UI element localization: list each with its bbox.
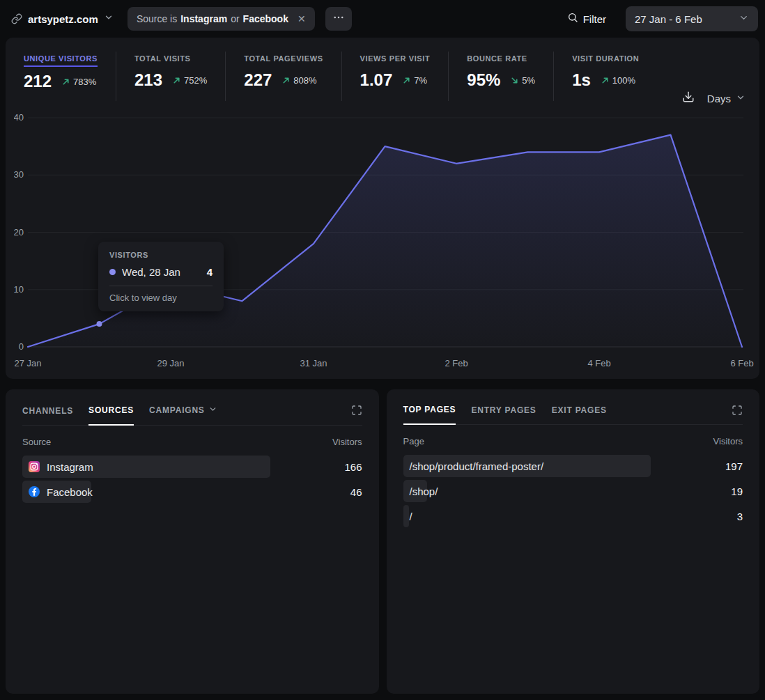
- metric-value: 213: [134, 70, 162, 90]
- table-row[interactable]: /3: [403, 505, 743, 527]
- metric-value: 1s: [572, 70, 591, 90]
- chevron-down-icon: [736, 93, 745, 104]
- metric-value-row: 227808%: [244, 70, 323, 90]
- chevron-down-icon: [739, 13, 749, 25]
- tab-top-pages[interactable]: TOP PAGES: [403, 405, 456, 425]
- trend-up-icon: [601, 76, 610, 85]
- column-headers: Source Visitors: [22, 437, 362, 447]
- row-value: 46: [350, 481, 362, 503]
- svg-text:30: 30: [14, 169, 24, 180]
- sources-panel: CHANNELSSOURCESCAMPAIGNS Source Visitors…: [6, 389, 379, 694]
- filter-chip-source1: Instagram: [180, 13, 227, 24]
- row-label: /shop/product/framed-poster/: [403, 455, 743, 477]
- expand-icon[interactable]: [351, 405, 362, 419]
- more-filters-button[interactable]: [325, 7, 352, 31]
- series-dot-icon: [109, 269, 116, 275]
- pages-panel: TOP PAGESENTRY PAGESEXIT PAGES Page Visi…: [387, 389, 760, 694]
- metric-unique-visitors[interactable]: UNIQUE VISITORS212783%: [17, 52, 116, 101]
- row-value: 3: [737, 505, 743, 527]
- metric-value-row: 95%5%: [467, 70, 535, 90]
- visitors-chart[interactable]: 01020304027 Jan29 Jan31 Jan2 Feb4 Feb6 F…: [14, 107, 754, 373]
- metric-change: 100%: [601, 75, 635, 86]
- date-range-value: 27 Jan - 6 Feb: [635, 13, 702, 25]
- column-header-right: Visitors: [713, 436, 743, 446]
- trend-up-icon: [281, 76, 291, 85]
- download-icon[interactable]: [682, 91, 695, 106]
- svg-text:0: 0: [19, 341, 24, 352]
- top-bar: artsypetz.com Source is Instagram or Fac…: [0, 0, 765, 38]
- metric-change: 5%: [510, 75, 535, 86]
- svg-text:2 Feb: 2 Feb: [445, 358, 468, 368]
- column-header-left: Source: [22, 437, 51, 447]
- tab-entry-pages[interactable]: ENTRY PAGES: [471, 405, 536, 424]
- expand-icon[interactable]: [732, 405, 743, 419]
- site-switcher[interactable]: artsypetz.com: [7, 13, 118, 25]
- metric-label: TOTAL PAGEVIEWS: [244, 54, 323, 65]
- metric-change: 752%: [172, 75, 207, 86]
- metric-bounce-rate[interactable]: BOUNCE RATE95%5%: [448, 52, 553, 101]
- metric-views-per-visit[interactable]: VIEWS PER VISIT1.077%: [341, 52, 449, 101]
- metric-total-pageviews[interactable]: TOTAL PAGEVIEWS227808%: [225, 52, 341, 101]
- tab-sources[interactable]: SOURCES: [88, 405, 134, 426]
- interval-selector[interactable]: Days: [707, 93, 745, 104]
- metric-value-row: 1s100%: [572, 70, 639, 90]
- filter-chip[interactable]: Source is Instagram or Facebook ✕: [128, 7, 315, 31]
- metric-change: 7%: [402, 75, 427, 86]
- table-row[interactable]: /shop/product/framed-poster/197: [403, 455, 743, 477]
- sources-tabs: CHANNELSSOURCESCAMPAIGNS: [22, 405, 362, 426]
- metric-visit-duration[interactable]: VISIT DURATION1s100%: [553, 52, 657, 101]
- metric-label: BOUNCE RATE: [467, 54, 527, 65]
- site-name: artsypetz.com: [28, 13, 98, 25]
- column-header-right: Visitors: [332, 437, 362, 447]
- link-icon: [11, 13, 22, 24]
- ellipsis-icon: [332, 11, 345, 26]
- metric-value-row: 1.077%: [360, 70, 431, 90]
- svg-text:31 Jan: 31 Jan: [300, 358, 327, 368]
- filter-chip-conjunction: or: [231, 13, 239, 24]
- metric-value: 227: [244, 70, 272, 90]
- metric-value-row: 213752%: [134, 70, 207, 90]
- chart-area: 01020304027 Jan29 Jan31 Jan2 Feb4 Feb6 F…: [14, 107, 751, 373]
- table-row[interactable]: /shop/19: [403, 480, 743, 502]
- row-label: /: [403, 505, 743, 527]
- tooltip-divider: [109, 286, 212, 286]
- facebook-icon: [29, 486, 40, 497]
- metric-label: VIEWS PER VISIT: [360, 54, 431, 65]
- trend-up-icon: [402, 76, 411, 85]
- svg-text:6 Feb: 6 Feb: [730, 358, 753, 368]
- row-label: /shop/: [403, 480, 743, 502]
- row-label: Instagram: [22, 456, 362, 478]
- metric-label: VISIT DURATION: [572, 54, 639, 65]
- svg-text:40: 40: [14, 112, 24, 123]
- filter-button[interactable]: Filter: [567, 12, 606, 26]
- metric-value: 1.07: [360, 70, 393, 90]
- tab-channels[interactable]: CHANNELS: [22, 406, 73, 425]
- svg-text:4 Feb: 4 Feb: [587, 358, 610, 368]
- svg-text:29 Jan: 29 Jan: [157, 358, 184, 368]
- stats-row: UNIQUE VISITORS212783%TOTAL VISITS213752…: [6, 38, 759, 101]
- table-row[interactable]: Facebook46: [22, 481, 362, 503]
- tooltip-hint: Click to view day: [109, 293, 212, 303]
- metric-total-visits[interactable]: TOTAL VISITS213752%: [116, 52, 225, 101]
- metric-value: 212: [24, 72, 52, 91]
- metric-label: TOTAL VISITS: [134, 54, 191, 65]
- sources-list: Instagram166Facebook46: [22, 456, 362, 503]
- search-icon: [567, 12, 578, 26]
- row-value: 166: [344, 456, 362, 478]
- close-icon[interactable]: ✕: [298, 13, 306, 24]
- interval-label: Days: [707, 93, 731, 104]
- tab-exit-pages[interactable]: EXIT PAGES: [552, 405, 607, 424]
- tooltip-value: 4: [207, 266, 212, 278]
- filter-chip-source2: Facebook: [243, 13, 288, 24]
- tooltip-row: Wed, 28 Jan 4: [109, 266, 212, 278]
- column-headers: Page Visitors: [403, 436, 743, 446]
- date-range-selector[interactable]: 27 Jan - 6 Feb: [626, 6, 758, 31]
- table-row[interactable]: Instagram166: [22, 456, 362, 478]
- svg-text:10: 10: [14, 284, 24, 295]
- metric-value-row: 212783%: [24, 72, 98, 91]
- trend-up-icon: [61, 77, 70, 86]
- tooltip-title: VISITORS: [109, 251, 212, 259]
- tab-campaigns[interactable]: CAMPAIGNS: [149, 405, 217, 425]
- row-value: 197: [725, 455, 743, 477]
- chart-controls: Days: [682, 91, 745, 106]
